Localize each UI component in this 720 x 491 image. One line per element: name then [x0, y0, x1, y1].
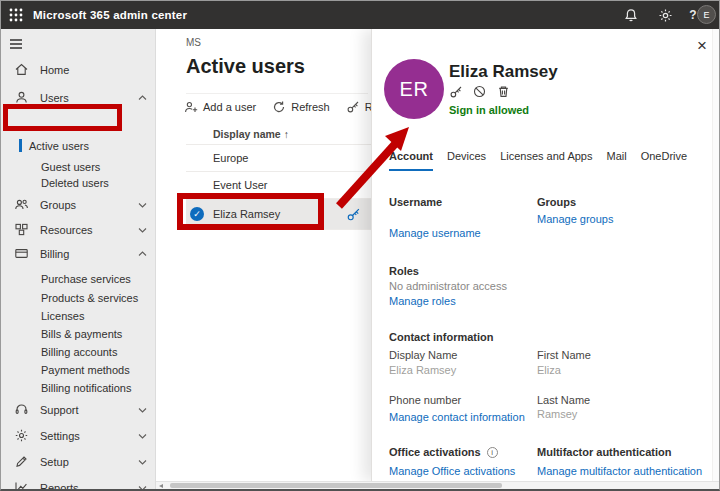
sidebar-item-groups[interactable]: Groups — [1, 195, 156, 214]
chevron-down-icon — [138, 485, 147, 491]
manage-office-activations-link[interactable]: Manage Office activations — [389, 465, 515, 477]
reset-password-key-icon[interactable] — [449, 85, 463, 99]
sidebar-item-label: Payment methods — [41, 364, 130, 376]
setup-pencil-icon — [14, 454, 29, 469]
tab-licenses-and-apps[interactable]: Licenses and Apps — [500, 150, 592, 171]
toolbar-divider — [186, 93, 368, 94]
username-section-title: Username — [389, 196, 442, 208]
groups-icon — [14, 197, 29, 212]
notifications-bell-icon[interactable] — [623, 7, 639, 23]
nav-collapse-hamburger-icon[interactable] — [10, 39, 22, 49]
chevron-down-icon — [138, 202, 147, 208]
tab-devices[interactable]: Devices — [447, 150, 486, 171]
manage-contact-information-link[interactable]: Manage contact information — [389, 411, 525, 423]
user-details-flyout: × ER Eliza Ramsey Sign in allowed Accoun… — [371, 29, 719, 481]
sidebar-item-label: Billing — [40, 248, 69, 260]
account-avatar[interactable]: E — [697, 5, 716, 24]
scroll-left-arrow[interactable] — [159, 484, 163, 488]
reset-password-row-key-icon[interactable] — [346, 207, 361, 222]
sidebar-item-support[interactable]: Support — [1, 400, 156, 419]
close-icon[interactable]: × — [697, 37, 707, 54]
reports-chart-icon — [14, 480, 29, 491]
resources-icon — [14, 222, 29, 237]
person-icon — [14, 90, 29, 105]
home-icon — [14, 62, 29, 77]
tab-account[interactable]: Account — [389, 150, 433, 171]
sidebar-item-label: Support — [40, 404, 79, 416]
first-name-label: First Name — [537, 349, 591, 361]
last-name-value: Ramsey — [537, 408, 577, 420]
user-name-title: Eliza Ramsey — [449, 62, 558, 82]
page-title: Active users — [186, 55, 305, 78]
refresh-label: Refresh — [291, 101, 330, 113]
sidebar-item-resources[interactable]: Resources — [1, 220, 156, 239]
app-launcher-icon[interactable] — [9, 8, 23, 22]
sidebar-item-licenses[interactable]: Licenses — [1, 306, 156, 325]
chevron-down-icon — [138, 433, 147, 439]
display-name-value: Eliza Ramsey — [389, 364, 456, 376]
tab-onedrive[interactable]: OneDrive — [641, 150, 687, 171]
sidebar-item-billing-accounts[interactable]: Billing accounts — [1, 342, 156, 361]
manage-username-link[interactable]: Manage username — [389, 227, 481, 239]
sidebar-item-label: Purchase services — [41, 273, 131, 285]
manage-mfa-link[interactable]: Manage multifactor authentication — [537, 465, 702, 477]
horizontal-scrollbar-thumb[interactable] — [170, 483, 502, 488]
sidebar-item-reports[interactable]: Reports — [1, 478, 156, 491]
sidebar-item-home[interactable]: Home — [1, 60, 156, 79]
sidebar-item-settings[interactable]: Settings — [1, 426, 156, 445]
sidebar-item-bills-payments[interactable]: Bills & payments — [1, 324, 156, 343]
sidebar-item-label: Licenses — [41, 310, 84, 322]
selected-check-icon[interactable]: ✓ — [190, 207, 204, 221]
left-nav: Home Users Active users Guest users Dele… — [1, 29, 156, 489]
sort-ascending-icon: ↑ — [284, 128, 289, 140]
sidebar-item-label: Billing notifications — [41, 382, 132, 394]
sidebar-item-deleted-users[interactable]: Deleted users — [1, 173, 156, 192]
key-icon — [346, 100, 360, 114]
add-user-label: Add a user — [203, 101, 256, 113]
user-row-event-user[interactable]: Event User — [186, 172, 399, 198]
info-icon[interactable]: i — [487, 447, 498, 458]
m365-admin-center-window: Microsoft 365 admin center ? E Home — [0, 0, 720, 491]
sidebar-item-label: Home — [40, 64, 69, 76]
column-header-display-name[interactable]: Display name ↑ — [213, 128, 289, 140]
sidebar-item-billing-notifications[interactable]: Billing notifications — [1, 378, 156, 397]
sidebar-item-billing[interactable]: Billing — [1, 244, 156, 263]
groups-section-title: Groups — [537, 196, 576, 208]
chevron-up-icon — [138, 95, 147, 101]
sidebar-item-label: Groups — [40, 199, 76, 211]
tab-mail[interactable]: Mail — [606, 150, 626, 171]
add-user-button[interactable]: Add a user — [184, 100, 256, 114]
block-sign-in-icon[interactable] — [473, 85, 487, 99]
sidebar-item-users[interactable]: Users — [1, 88, 156, 107]
sidebar-item-payment-methods[interactable]: Payment methods — [1, 360, 156, 379]
settings-gear-icon[interactable] — [657, 7, 673, 23]
billing-card-icon — [14, 246, 29, 261]
user-quick-actions — [449, 85, 511, 99]
sidebar-item-products-services[interactable]: Products & services — [1, 288, 156, 307]
last-name-label: Last Name — [537, 394, 590, 406]
refresh-icon — [272, 100, 286, 114]
user-row-europe[interactable]: Europe — [186, 145, 399, 171]
manage-groups-link[interactable]: Manage groups — [537, 213, 613, 225]
delete-user-trash-icon[interactable] — [497, 85, 511, 99]
sidebar-item-label: Setup — [40, 456, 69, 468]
sidebar-item-label: Settings — [40, 430, 80, 442]
display-name-cell: Europe — [213, 152, 248, 164]
roles-section-title: Roles — [389, 265, 419, 277]
sidebar-item-label: Reports — [40, 482, 79, 491]
sidebar-item-label: Active users — [29, 140, 89, 152]
sidebar-item-setup[interactable]: Setup — [1, 452, 156, 471]
user-row-eliza-ramsey[interactable]: ✓ Eliza Ramsey — [186, 199, 399, 229]
office-activations-section-title: Office activationsi — [389, 446, 498, 458]
sidebar-item-label: Guest users — [41, 161, 100, 173]
breadcrumb[interactable]: MS — [186, 37, 201, 48]
display-name-label: Display Name — [389, 349, 457, 361]
refresh-button[interactable]: Refresh — [272, 100, 330, 114]
sidebar-item-label: Users — [40, 92, 69, 104]
flyout-scrollbar-track[interactable] — [712, 29, 719, 481]
sidebar-item-purchase-services[interactable]: Purchase services — [1, 269, 156, 288]
chevron-down-icon — [138, 227, 147, 233]
support-headset-icon — [14, 402, 29, 417]
sidebar-item-active-users[interactable]: Active users — [1, 136, 156, 155]
manage-roles-link[interactable]: Manage roles — [389, 295, 456, 307]
